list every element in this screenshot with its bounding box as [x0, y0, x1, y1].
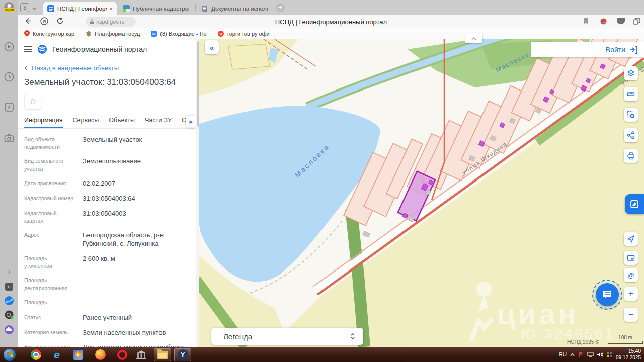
yandex-circle-icon: Я [40, 17, 48, 25]
pinned-site-c[interactable]: c [5, 283, 13, 291]
scroll-top-button[interactable] [465, 33, 482, 43]
tab-services[interactable]: Сервисы [73, 114, 99, 129]
tab-list-chevron[interactable] [31, 5, 37, 14]
login-arrow-icon [629, 46, 638, 54]
screenshot-button[interactable] [4, 134, 14, 143]
collapse-panel-button[interactable]: « [205, 40, 219, 54]
taskbar-media-player[interactable] [69, 348, 87, 361]
feedback-tab-button[interactable] [625, 194, 644, 214]
app-grid-icon[interactable] [607, 352, 612, 357]
bookmark-map-builder[interactable]: Конструктор кар [24, 30, 74, 37]
pinned-cloud[interactable] [4, 325, 14, 335]
taskbar-ie[interactable]: e [48, 348, 65, 361]
flag-icon[interactable] [578, 352, 584, 357]
share-button[interactable] [624, 128, 638, 142]
print-button[interactable] [624, 149, 638, 163]
tab-objects[interactable]: Объекты [109, 114, 135, 129]
taskbar-clock[interactable]: 15:40 09.12.2025 [616, 348, 641, 361]
tab-docs[interactable]: Документы на исполнени [197, 2, 273, 15]
menu-button[interactable] [24, 46, 32, 52]
coordinates-button[interactable]: @ [624, 268, 638, 282]
bookmark-torgi[interactable]: Я торги гов ру офи [218, 31, 270, 37]
assistant-icon [617, 18, 625, 24]
tab-information[interactable]: Информация [24, 114, 63, 129]
collections-button[interactable] [633, 18, 640, 26]
assistant-button[interactable] [617, 18, 625, 26]
layers-button[interactable] [624, 66, 638, 80]
taskbar-firefox[interactable] [92, 348, 109, 361]
svg-text:Я: Я [219, 31, 222, 36]
scrollbar-thumb [197, 41, 199, 127]
taskbar-opera[interactable] [114, 348, 131, 361]
zoom-in-button[interactable]: + [624, 287, 638, 301]
share-icon [627, 131, 635, 139]
favorite-button[interactable]: ☆ [24, 93, 41, 110]
taskbar-yandex-browser[interactable]: Y [174, 348, 191, 361]
geolocation-button[interactable] [624, 232, 638, 246]
windows-orb-icon [4, 349, 16, 361]
legend-bar[interactable]: Легенда [211, 328, 363, 345]
overview-map-button[interactable] [624, 251, 638, 265]
support-chat-button[interactable] [596, 283, 619, 306]
zoom-out-button[interactable]: − [624, 308, 638, 322]
language-indicator[interactable]: RU [559, 352, 566, 357]
yandex-button[interactable]: Я [40, 17, 48, 27]
field-row: СтатусРанее учтенный [24, 314, 190, 322]
bookmark-gosuslugi[interactable]: Платформа госуд [86, 31, 140, 37]
field-row: Вид объекта недвижимостиЗемельный участо… [24, 136, 190, 151]
tab-title: НСПД | Геоинформаци [57, 6, 107, 12]
tab-pkk[interactable]: Публичная кадастровая [119, 2, 193, 15]
map-login-bar[interactable]: Войти [531, 42, 644, 57]
start-button[interactable] [1, 348, 18, 361]
taskbar-gov-app[interactable] [133, 348, 150, 361]
printer-icon [627, 152, 635, 160]
collections-icon [633, 18, 640, 25]
url-text: nspd.gov.ru [96, 19, 125, 25]
volume-icon[interactable] [597, 352, 603, 357]
bookmark-button[interactable] [583, 18, 589, 26]
tab-count-button[interactable]: 3 [4, 102, 14, 112]
back-label: Назад в найденные объекты [32, 64, 119, 72]
panel-scrollbar[interactable] [196, 39, 199, 347]
taskbar-chrome[interactable] [27, 348, 44, 361]
tabs-scroll-button[interactable]: ▶ [186, 115, 197, 128]
new-tab-button[interactable]: + [276, 3, 285, 12]
tray-expand-icon[interactable] [570, 353, 575, 356]
panel-tabs: Информация Сервисы Объекты Части ЗУ Сост… [18, 114, 195, 129]
pinned-app-dark[interactable] [4, 310, 14, 320]
tab-close-icon[interactable]: × [110, 6, 113, 12]
date: 09.12.2025 [616, 355, 641, 360]
tab-divider [195, 4, 196, 11]
tab-nspd[interactable]: НСПД | Геоинформаци × [43, 2, 117, 15]
bookmark-vk-mail[interactable]: VK (8) Входящие - По [151, 31, 206, 37]
pinned-browser-logo[interactable] [4, 296, 14, 306]
refresh-button[interactable] [56, 17, 64, 26]
map-base-layer: Масловка Масловка улица Шкодина улица Шк… [199, 39, 644, 347]
info-panel: Геоинформационный портал Назад в найденн… [18, 39, 199, 347]
lock-icon [90, 19, 94, 25]
history-button[interactable] [4, 72, 14, 82]
taskbar-explorer[interactable] [154, 348, 171, 361]
back-link[interactable]: Назад в найденные объекты [24, 64, 119, 72]
map-canvas[interactable]: Масловка Масловка улица Шкодина улица Шк… [199, 39, 644, 347]
extension-button[interactable] [600, 18, 607, 27]
measure-button[interactable] [624, 87, 638, 101]
tab-counter[interactable]: 3 [20, 3, 29, 12]
network-icon[interactable] [587, 352, 594, 357]
address-bar[interactable]: nspd.gov.ru [86, 17, 136, 27]
area-search-button[interactable] [624, 108, 638, 122]
media-button[interactable] [4, 42, 14, 52]
back-arrow-icon [24, 17, 32, 25]
profile-avatar[interactable]: Войти [4, 2, 15, 13]
overview-map-icon [627, 254, 635, 262]
add-panel-button[interactable]: + [7, 267, 11, 277]
page-title: НСПД | Геоинформационный портал [275, 18, 387, 26]
tab-parts[interactable]: Части ЗУ [145, 114, 172, 129]
object-title: Земельный участок: 31:03:0504003:64 [24, 77, 176, 87]
area-search-icon [627, 111, 635, 119]
more-button[interactable]: ... [6, 338, 12, 344]
extension-icon [600, 18, 607, 25]
back-button[interactable] [24, 17, 32, 26]
legend-toggle-icon[interactable] [349, 332, 356, 340]
scale-line [608, 341, 643, 344]
